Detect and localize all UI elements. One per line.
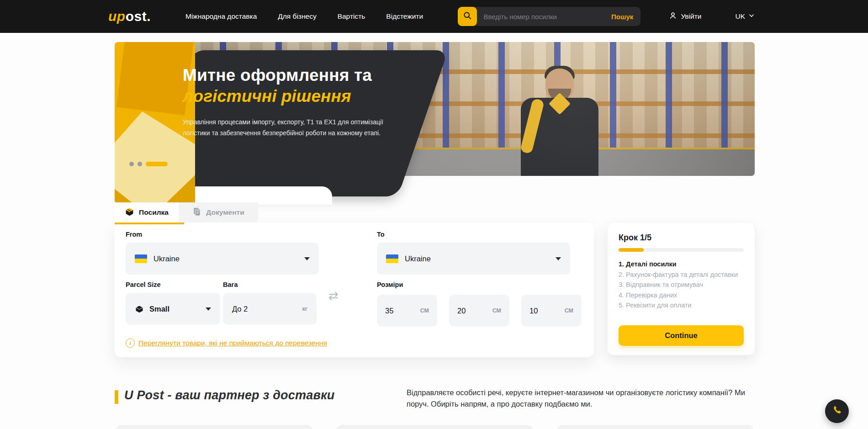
caret-down-icon	[206, 307, 211, 311]
slider-dot-1[interactable]	[129, 162, 134, 166]
dimension-length-value: 35	[385, 307, 393, 315]
logo-prefix: up	[108, 9, 126, 24]
tab-parcel-label: Посилка	[139, 208, 169, 217]
chevron-down-icon	[748, 12, 755, 21]
weight-label: Вага	[223, 281, 238, 288]
language-selector[interactable]: UK	[735, 12, 755, 21]
from-label: From	[126, 231, 142, 238]
caret-down-icon	[556, 257, 561, 260]
direction-cards	[115, 425, 755, 429]
restricted-items-link[interactable]: i Переглянути товари, які не приймаються…	[126, 339, 327, 348]
weight-value: До 2	[232, 305, 248, 313]
caret-down-icon	[304, 257, 310, 260]
to-country-value: Ukraine	[405, 254, 431, 263]
hero-copy: Митне оформлення та логістичні рішення У…	[183, 65, 384, 139]
navbar: upost. Міжнародна доставка Для бізнесу В…	[0, 0, 868, 33]
step-2: 2. Рахунок-фактура та деталі доставки	[619, 270, 744, 280]
nav-item-pricing[interactable]: Вартість	[338, 12, 365, 21]
language-value: UK	[735, 12, 745, 21]
nav-item-track[interactable]: Відстежити	[386, 12, 423, 21]
step-5: 5. Реквізити для оплати	[619, 300, 744, 311]
dimension-width-input[interactable]: 20 СМ	[449, 295, 509, 327]
tab-documents-label: Документи	[206, 208, 244, 217]
tabs-platform	[195, 186, 332, 205]
restricted-items-link-text[interactable]: Переглянути товари, які не приймаються д…	[138, 339, 327, 347]
step-3: 3. Відправник та отримувач	[619, 280, 744, 290]
dimensions-label: Розміри	[377, 281, 403, 288]
step-4: 4. Перевірка даних	[619, 290, 744, 301]
logo[interactable]: upost.	[108, 9, 151, 24]
hero-banner: Митне оформлення та логістичні рішення У…	[115, 42, 755, 176]
progress-track	[619, 248, 744, 252]
shipment-type-tabs: Посилка Документи	[115, 202, 258, 222]
nav-items: Міжнародна доставка Для бізнесу Вартість…	[185, 12, 423, 21]
to-label: To	[377, 231, 385, 238]
direction-card-3[interactable]	[556, 425, 755, 429]
ukraine-flag-icon	[135, 254, 147, 263]
direction-card-2[interactable]	[335, 425, 534, 429]
section-heading: U Post - ваш партнер з доставки	[124, 388, 335, 403]
weight-input[interactable]: До 2 кг	[223, 293, 317, 325]
dimension-width-value: 20	[457, 307, 466, 315]
package-box-icon	[125, 207, 134, 218]
dimensions-row: 35 СМ 20 СМ 10 СМ	[377, 295, 582, 327]
tab-parcel[interactable]: Посилка	[115, 202, 179, 222]
steps-panel: Крок 1/5 1. Деталі посилки 2. Рахунок-фа…	[608, 223, 755, 355]
section-paragraph: Відправляєте особисті речі, керуєте інте…	[407, 387, 755, 410]
slider-dot-3-active[interactable]	[146, 162, 168, 166]
weight-unit: кг	[302, 306, 307, 312]
heading-accent-bar	[115, 390, 118, 404]
hero-title-line1: Митне оформлення та	[183, 65, 384, 86]
info-icon: i	[126, 339, 135, 348]
login-label: Увійти	[681, 12, 701, 21]
dimension-length-input[interactable]: 35 СМ	[377, 295, 437, 327]
parcel-size-value: Small	[149, 305, 169, 313]
phone-fab[interactable]	[825, 399, 849, 423]
step-1: 1. Деталі посилки	[619, 259, 744, 270]
nav-item-international[interactable]: Міжнародна доставка	[185, 12, 257, 21]
search-submit[interactable]: Пошук	[604, 13, 640, 21]
steps-list: 1. Деталі посилки 2. Рахунок-фактура та …	[619, 259, 744, 311]
tracking-search: Пошук	[458, 7, 640, 26]
steps-title: Крок 1/5	[619, 233, 744, 243]
parcel-size-select[interactable]: Small	[126, 293, 220, 325]
swap-countries-button[interactable]: ⇄	[328, 289, 339, 303]
from-country-select[interactable]: Ukraine	[126, 243, 319, 275]
parcel-size-label: Parcel Size	[126, 281, 161, 288]
progress-fill	[619, 248, 644, 252]
hero-description: Управління процесами імпорту, експорту, …	[183, 117, 384, 139]
from-country-value: Ukraine	[153, 254, 180, 263]
dimension-unit: СМ	[420, 307, 429, 314]
dimension-height-input[interactable]: 10 СМ	[521, 295, 582, 327]
slider-dot-2[interactable]	[138, 162, 142, 166]
dimension-unit: СМ	[565, 307, 573, 314]
page: upost. Міжнародна доставка Для бізнесу В…	[0, 0, 868, 429]
document-icon	[192, 207, 201, 218]
phone-icon	[831, 405, 842, 418]
dimension-height-value: 10	[529, 307, 538, 315]
person-icon	[669, 11, 677, 21]
dimension-unit: СМ	[492, 307, 501, 314]
search-icon	[463, 11, 472, 22]
parcel-form-card: From Ukraine ⇄ To Ukraine Parcel Size Sm…	[115, 222, 594, 357]
to-country-select[interactable]: Ukraine	[377, 243, 570, 275]
continue-button[interactable]: Continue	[619, 325, 744, 346]
search-input[interactable]	[482, 12, 604, 21]
logo-suffix: ost.	[126, 9, 151, 24]
search-button[interactable]	[458, 7, 477, 26]
direction-card-1[interactable]	[115, 425, 313, 429]
tab-documents[interactable]: Документи	[179, 202, 258, 222]
nav-item-business[interactable]: Для бізнесу	[278, 12, 316, 21]
ukraine-flag-icon	[386, 254, 398, 263]
active-tab-underline	[115, 222, 184, 224]
slider-dots	[129, 162, 168, 166]
hero-title-line2: логістичні рішення	[183, 86, 384, 107]
login-button[interactable]: Увійти	[669, 11, 701, 21]
parcel-size-icon	[135, 304, 144, 313]
